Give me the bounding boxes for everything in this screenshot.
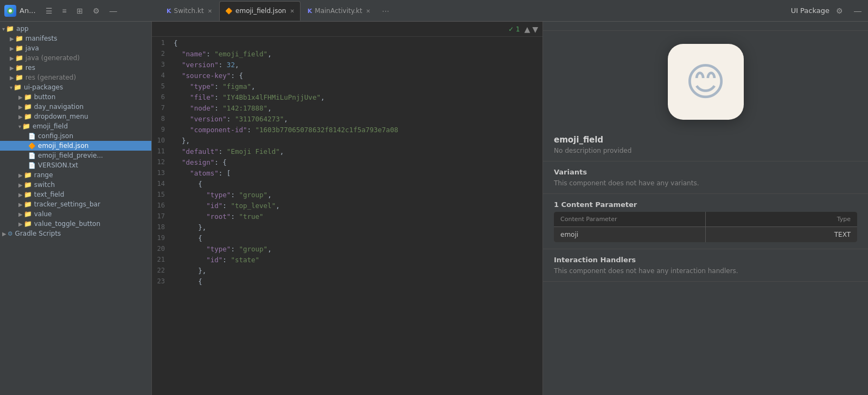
sidebar-item-button[interactable]: ▶ 📁 button bbox=[0, 92, 151, 102]
sidebar-item-manifests[interactable]: ▶ 📁 manifests bbox=[0, 34, 151, 43]
sidebar-item-value-toggle[interactable]: ▶ 📁 value_toggle_button bbox=[0, 219, 151, 229]
sidebar-item-emoji-field-preview[interactable]: 📄 emoji_field_previe... bbox=[0, 151, 151, 160]
nav-icon-1[interactable]: ☰ bbox=[43, 5, 55, 16]
folder-icon-value-toggle: 📁 bbox=[24, 220, 32, 228]
sidebar-item-version[interactable]: 📄 VERSION.txt bbox=[0, 160, 151, 170]
sidebar-label-app: app bbox=[16, 25, 29, 33]
nav-down-icon[interactable]: ▼ bbox=[532, 25, 538, 34]
sidebar-item-ui-packages[interactable]: ▾ 📁 ui-packages bbox=[0, 82, 151, 92]
sidebar-item-switch[interactable]: ▶ 📁 switch bbox=[0, 180, 151, 190]
code-line-16: 16 "id": "top_level", bbox=[152, 202, 542, 212]
right-panel-title: UI Package bbox=[791, 7, 829, 15]
sidebar-item-emoji-field-json[interactable]: 🔶 emoji_field.json bbox=[0, 141, 151, 151]
code-line-10: 10 }, bbox=[152, 137, 542, 147]
tab-kt-icon-2: K bbox=[308, 8, 312, 15]
sidebar-item-gradle[interactable]: ▶ ⚙ Gradle Scripts bbox=[0, 229, 151, 238]
sidebar-item-text-field[interactable]: ▶ 📁 text_field bbox=[0, 190, 151, 199]
folder-icon-emoji-field: 📁 bbox=[22, 122, 30, 130]
sidebar-item-day-nav[interactable]: ▶ 📁 day_navigation bbox=[0, 102, 151, 112]
component-name: emoji_field bbox=[554, 135, 857, 145]
line-num-3: 3 bbox=[152, 61, 174, 68]
sidebar-item-java[interactable]: ▶ 📁 java bbox=[0, 43, 151, 53]
file-icon-version: 📄 bbox=[28, 162, 36, 169]
param-name-emoji: emoji bbox=[554, 227, 705, 242]
params-title: 1 Content Parameter bbox=[554, 200, 857, 209]
sidebar-item-emoji-field[interactable]: ▾ 📁 emoji_field bbox=[0, 121, 151, 131]
code-line-4: 4 "source-key": { bbox=[152, 72, 542, 82]
folder-icon-switch: 📁 bbox=[24, 181, 32, 189]
line-content-15: "type": "group", bbox=[174, 191, 538, 199]
chevron-value-toggle: ▶ bbox=[18, 221, 23, 227]
sidebar-label-emoji-field-json: emoji_field.json bbox=[38, 142, 88, 150]
line-num-5: 5 bbox=[152, 82, 174, 90]
sidebar-item-range[interactable]: ▶ 📁 range bbox=[0, 170, 151, 180]
sidebar-item-dropdown[interactable]: ▶ 📁 dropdown_menu bbox=[0, 112, 151, 121]
tab-more-icon[interactable]: ⋯ bbox=[382, 7, 390, 15]
minimize-icon[interactable]: — bbox=[852, 5, 864, 16]
nav-icon-3[interactable]: ⊞ bbox=[74, 5, 85, 16]
tab-close-emoji[interactable]: ✕ bbox=[290, 8, 294, 14]
editor-area: ✓ 1 ▲ ▼ 1 { 2 "name": "emoji_field", 3 "… bbox=[152, 22, 542, 395]
code-line-13: 13 "atoms": [ bbox=[152, 169, 542, 180]
folder-icon-text-field: 📁 bbox=[24, 191, 32, 198]
sidebar-item-res[interactable]: ▶ 📁 res bbox=[0, 63, 151, 73]
line-content-19: { bbox=[174, 234, 538, 242]
sidebar-item-java-generated[interactable]: ▶ 📁 java (generated) bbox=[0, 53, 151, 63]
folder-icon-manifests: 📁 bbox=[15, 35, 23, 42]
line-content-2: "name": "emoji_field", bbox=[174, 50, 538, 58]
nav-icon-2[interactable]: ≡ bbox=[60, 5, 69, 16]
tab-switch[interactable]: K Switch.kt ✕ bbox=[161, 1, 218, 21]
editor-nav: ▲ ▼ bbox=[524, 25, 538, 34]
line-content-9: "component-id": "1603b77065078632f8142c1… bbox=[174, 126, 538, 134]
top-right-icons: ⚙ — bbox=[834, 5, 864, 16]
code-area[interactable]: 1 { 2 "name": "emoji_field", 3 "version"… bbox=[152, 37, 542, 395]
tab-close-switch[interactable]: ✕ bbox=[208, 8, 212, 14]
code-line-2: 2 "name": "emoji_field", bbox=[152, 50, 542, 61]
sidebar-label-switch: switch bbox=[34, 181, 55, 189]
sidebar-item-config-json[interactable]: 📄 config.json bbox=[0, 131, 151, 141]
sidebar-item-app[interactable]: ▾ 📁 app bbox=[0, 24, 151, 34]
nav-icon-4[interactable]: ⚙ bbox=[91, 5, 102, 16]
line-num-11: 11 bbox=[152, 147, 174, 155]
line-num-21: 21 bbox=[152, 256, 174, 263]
line-content-23: { bbox=[174, 277, 538, 286]
folder-icon-button: 📁 bbox=[24, 93, 32, 101]
tab-json-icon: 🔶 bbox=[225, 8, 233, 15]
line-num-1: 1 bbox=[152, 39, 174, 47]
code-line-22: 22 }, bbox=[152, 267, 542, 277]
chevron-app: ▾ bbox=[2, 26, 5, 32]
settings-icon[interactable]: ⚙ bbox=[834, 5, 845, 16]
code-line-20: 20 "type": "group", bbox=[152, 245, 542, 256]
nav-up-icon[interactable]: ▲ bbox=[524, 25, 530, 34]
chevron-day-nav: ▶ bbox=[18, 104, 23, 110]
line-num-20: 20 bbox=[152, 245, 174, 252]
param-header-type: Type bbox=[706, 212, 857, 226]
line-num-14: 14 bbox=[152, 180, 174, 187]
line-content-3: "version": 32, bbox=[174, 61, 538, 69]
tab-mainactivity[interactable]: K MainActivity.kt ✕ bbox=[302, 1, 376, 21]
handlers-section: Interaction Handlers This component does… bbox=[543, 249, 868, 282]
folder-icon-app: 📁 bbox=[6, 25, 14, 33]
variants-section: Variants This component does not have an… bbox=[543, 161, 868, 194]
line-num-2: 2 bbox=[152, 50, 174, 57]
tab-emoji-field[interactable]: 🔶 emoji_field.json ✕ bbox=[219, 1, 301, 21]
line-content-14: { bbox=[174, 180, 538, 188]
main-area: ▾ 📁 app ▶ 📁 manifests ▶ 📁 java ▶ 📁 java … bbox=[0, 22, 868, 395]
line-content-11: "default": "Emoji Field", bbox=[174, 147, 538, 156]
line-content-13: "atoms": [ bbox=[174, 169, 538, 177]
tab-close-main[interactable]: ✕ bbox=[366, 8, 371, 14]
line-content-7: "node": "142:17888", bbox=[174, 104, 538, 112]
sidebar-item-tracker[interactable]: ▶ 📁 tracker_settings_bar bbox=[0, 199, 151, 209]
folder-icon-res-gen: 📁 bbox=[15, 74, 23, 81]
nav-icon-5[interactable]: — bbox=[107, 5, 119, 16]
file-icon-config: 📄 bbox=[28, 133, 36, 140]
editor-toolbar: ✓ 1 ▲ ▼ bbox=[152, 22, 542, 37]
folder-icon-res: 📁 bbox=[15, 64, 23, 72]
sidebar-item-res-generated[interactable]: ▶ 📁 res (generated) bbox=[0, 73, 151, 82]
sidebar-item-value[interactable]: ▶ 📁 value bbox=[0, 209, 151, 219]
top-bar: An... ☰ ≡ ⊞ ⚙ — K Switch.kt ✕ 🔶 emoji_fi… bbox=[0, 0, 868, 22]
chevron-gradle: ▶ bbox=[2, 231, 7, 237]
line-content-5: "type": "figma", bbox=[174, 82, 538, 90]
tab-label-main: MainActivity.kt bbox=[315, 7, 362, 15]
code-line-5: 5 "type": "figma", bbox=[152, 82, 542, 93]
